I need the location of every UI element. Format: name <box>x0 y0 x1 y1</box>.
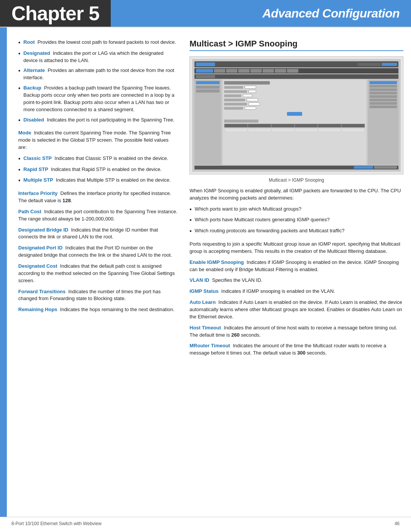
term-multiple-stp: Multiple STP <box>24 177 53 183</box>
sim-main-area <box>223 80 366 165</box>
sim-rp-item-1 <box>370 85 397 88</box>
term-interface-priority: Interface Priority <box>18 190 57 196</box>
sim-sub-nav-item <box>196 75 215 78</box>
def-host-timeout: Host Timeout Indicates the amount of tim… <box>190 324 403 339</box>
sim-rp-item-7 <box>370 105 397 108</box>
list-item-which-ports-join: Which ports want to join which Multicast… <box>190 206 403 214</box>
sim-form-igmpstatus <box>224 90 365 93</box>
term-designated: Designated <box>24 50 50 56</box>
def-auto-learn: Auto Learn Indicates if Auto Learn is en… <box>190 299 403 321</box>
sim-td-1-2 <box>248 129 271 132</box>
sim-input-leave <box>245 107 256 110</box>
mode-intro: Mode Indicates the current Spanning Tree… <box>18 129 178 151</box>
term-host-timeout: Host Timeout <box>190 325 221 331</box>
content-wrapper: Root Provides the lowest cost path to fo… <box>0 27 411 517</box>
sim-th-5 <box>318 124 341 127</box>
right-column: Multicast > IGMP Snooping <box>190 39 403 505</box>
sim-section-title <box>224 81 270 85</box>
term-backup: Backup <box>24 85 41 91</box>
list-item-disabled: Disabled Indicates the port is not parti… <box>18 117 178 125</box>
list-item-multiple-stp: Multiple STP Indicates that Multiple STP… <box>18 177 178 185</box>
sim-rp-item-3 <box>370 92 397 94</box>
sim-td-1-1 <box>225 129 247 132</box>
term-igmp-status: IGMP Status <box>190 288 218 294</box>
sim-nav <box>194 68 398 73</box>
main-content: Root Provides the lowest cost path to fo… <box>7 27 411 517</box>
footer-right: 46 <box>395 521 400 526</box>
sim-th-6 <box>342 124 364 127</box>
list-item-designated: Designated Indicates the port or LAG via… <box>18 50 178 64</box>
sim-right-panel <box>368 80 398 165</box>
list-item-rapid-stp: Rapid STP Indicates that Rapid STP is en… <box>18 166 178 174</box>
sim-form-autolearn <box>224 94 365 97</box>
sim-body <box>194 80 398 165</box>
sim-header-bar <box>194 61 398 67</box>
sim-form-leavetimeout <box>224 107 365 110</box>
page-header: Chapter 5 Advanced Configuration <box>0 0 411 27</box>
list-item-backup: Backup Provides a backup path toward the… <box>18 85 178 113</box>
sim-nav-item-7 <box>287 69 298 73</box>
sim-sidebar-active <box>196 81 220 84</box>
def-interface-priority: Interface Priority Defines the interface… <box>18 190 178 204</box>
sim-rp-item-6 <box>370 102 397 105</box>
list-item-alternate: Alternate Provides an alternate path to … <box>18 67 178 81</box>
def-igmp-status: IGMP Status Indicates if IGMP snooping i… <box>190 288 403 295</box>
sim-nav-item-4 <box>250 69 262 73</box>
sim-form-vlanid <box>224 86 365 89</box>
intro-text: When IGMP Snooping is enabled globally, … <box>190 187 403 202</box>
sim-td-1-5 <box>318 129 341 132</box>
term-path-cost: Path Cost <box>18 209 41 214</box>
term-rapid-stp: Rapid STP <box>24 166 48 172</box>
def-designated-port-id: Designated Port ID Indicates that the Po… <box>18 244 178 259</box>
chapter-label-area: Chapter 5 <box>0 0 111 27</box>
term-enable-igmp: Enable IGMP Snooping <box>190 259 244 265</box>
sim-label-host <box>224 99 245 101</box>
term-designated-bridge-id: Designated Bridge ID <box>18 227 68 233</box>
sim-label-leave <box>224 107 243 110</box>
term-alternate: Alternate <box>24 67 45 73</box>
sim-footer-btn-2 <box>374 166 397 169</box>
sim-th-1 <box>225 124 247 127</box>
def-designated-cost: Designated Cost Indicates that the defau… <box>18 263 178 284</box>
term-classic-stp: Classic STP <box>24 155 52 161</box>
def-mrouter-timeout: MRouter Timeout Indicates the amount of … <box>190 342 403 357</box>
term-remaining-hops: Remaining Hops <box>18 307 57 312</box>
sim-form-mroutertimeout <box>224 102 365 105</box>
sim-save-btn <box>287 112 302 116</box>
left-column: Root Provides the lowest cost path to fo… <box>18 39 178 505</box>
term-designated-port-id: Designated Port ID <box>18 245 62 251</box>
screenshot-box <box>190 56 403 174</box>
sim-header-text <box>358 63 381 66</box>
sim-rp-item-4 <box>370 95 397 98</box>
def-vlan-id: VLAN ID Specifies the VLAN ID. <box>190 277 403 284</box>
sim-sidebar-item-2 <box>196 89 220 93</box>
sim-table-header <box>224 124 365 128</box>
port-text: Ports requesting to join a specific Mult… <box>190 241 403 255</box>
sim-rp-title <box>370 81 397 84</box>
sim-footer-bar <box>194 166 398 169</box>
section-title: Advanced Configuration <box>262 6 400 21</box>
mode-list: Classic STP Indicates that Classic STP i… <box>18 155 178 185</box>
sim-footer-btn-1 <box>354 166 373 169</box>
sim-nav-item-6 <box>275 69 286 73</box>
sim-rp-item-2 <box>370 88 397 91</box>
sim-table-row-1 <box>224 129 365 132</box>
sim-form-hosttimeout <box>224 98 365 101</box>
def-path-cost: Path Cost Indicates the port contributio… <box>18 208 178 223</box>
sim-label-mrouter <box>224 103 247 105</box>
page-footer: 8-Port 10/100 Ethernet Switch with Webvi… <box>0 517 411 530</box>
sim-nav-item-5 <box>263 69 274 73</box>
sim-input-host <box>247 98 258 101</box>
def-remaining-hops: Remaining Hops Indicates the hops remain… <box>18 306 178 313</box>
sim-th-3 <box>272 124 294 127</box>
sim-nav-item-1 <box>214 69 225 73</box>
right-section-heading: Multicast > IGMP Snooping <box>190 39 403 51</box>
list-item-which-routing: Which routing protocols are forwarding p… <box>190 227 403 235</box>
list-item-which-ports-routers: Which ports have Multicast routers gener… <box>190 216 403 224</box>
chapter-title: Chapter 5 <box>11 2 99 25</box>
port-role-list: Root Provides the lowest cost path to fo… <box>18 39 178 124</box>
sim-th-2 <box>248 124 271 127</box>
sim-logo <box>196 62 215 66</box>
intro-bullets: Which ports want to join which Multicast… <box>190 206 403 235</box>
sim-nav-item-2 <box>226 69 237 73</box>
